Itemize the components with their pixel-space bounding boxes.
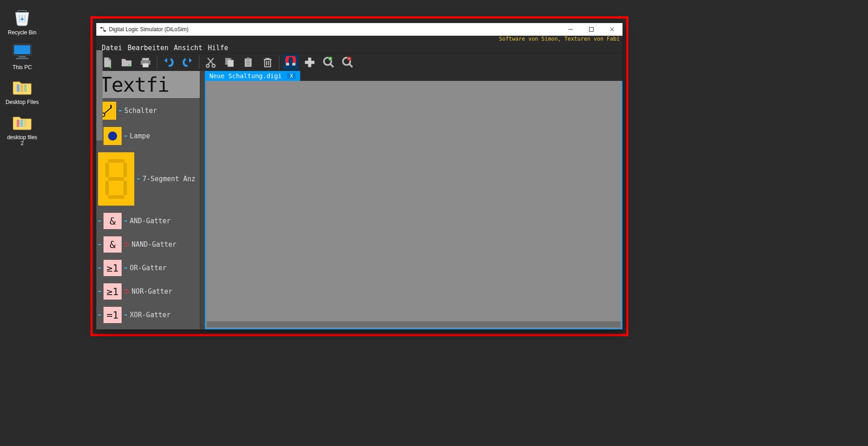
folder-icon	[121, 56, 132, 68]
undo-button[interactable]	[161, 55, 176, 70]
part-nand[interactable]: &NAND-Gatter	[96, 233, 200, 256]
svg-rect-2	[19, 56, 26, 57]
part-nor[interactable]: ≥1NOR-Gatter	[96, 280, 200, 303]
menu-ansicht[interactable]: Ansicht	[171, 44, 205, 52]
part-label: NOR-Gatter	[132, 287, 172, 296]
pin-out	[124, 315, 127, 315]
svg-rect-15	[143, 63, 149, 67]
desktop-icon-label: Recycle Bin	[8, 30, 36, 36]
gate-icon: =1	[104, 307, 122, 323]
main-area: Neue Schaltung.digi X	[205, 71, 623, 329]
folder-icon	[11, 111, 33, 133]
pin-out	[124, 268, 127, 268]
desktop-icon-label: Desktop FIles	[5, 99, 38, 105]
magnet-icon	[284, 56, 297, 69]
pin-in	[98, 268, 101, 268]
part-seg7[interactable]: 7-Segment Anz	[96, 149, 200, 209]
menu-bearbeiten[interactable]: Bearbeiten	[125, 44, 171, 52]
redo-button[interactable]	[180, 55, 195, 70]
gate-icon: &	[104, 236, 122, 253]
svg-rect-1	[14, 45, 30, 54]
undo-icon	[162, 56, 175, 68]
plus-icon	[303, 56, 316, 69]
svg-rect-12	[590, 28, 594, 32]
part-xor[interactable]: =1XOR-Gatter	[96, 303, 200, 327]
snap-button[interactable]	[283, 55, 298, 70]
add-button[interactable]	[302, 55, 317, 70]
desktop-icon-label: desktop files 2	[7, 135, 38, 146]
part-and[interactable]: &AND-Gatter	[96, 209, 200, 233]
copy-button[interactable]	[222, 55, 237, 70]
file-icon	[102, 56, 113, 68]
zoom-out-icon	[341, 56, 354, 69]
svg-point-31	[108, 131, 117, 141]
svg-rect-10	[100, 27, 102, 28]
svg-rect-5	[20, 85, 23, 92]
svg-rect-23	[286, 63, 289, 66]
part-label: AND-Gatter	[130, 217, 170, 225]
pin-out	[124, 221, 127, 221]
svg-rect-13	[142, 58, 149, 60]
open-button[interactable]	[119, 55, 134, 70]
canvas-wrap	[205, 81, 623, 329]
svg-rect-9	[24, 120, 27, 127]
svg-rect-37	[105, 181, 109, 195]
svg-rect-36	[123, 163, 127, 177]
svg-rect-8	[20, 120, 23, 127]
zoom-in-button[interactable]	[321, 55, 336, 70]
delete-button[interactable]	[260, 55, 275, 70]
menu-hilfe[interactable]: Hilfe	[205, 44, 231, 52]
seven-segment-icon	[98, 152, 134, 206]
part-lamp[interactable]: Lampe	[96, 123, 200, 149]
cut-button[interactable]	[203, 55, 218, 70]
desktop-icon-this-pc[interactable]: This PC	[2, 38, 42, 73]
credits-text: Software von Simon, Texturen von Fabi	[96, 36, 623, 43]
canvas-h-scrollbar[interactable]	[207, 321, 621, 328]
desktop-icon-recycle-bin[interactable]: Recycle Bin	[2, 4, 42, 38]
cut-icon	[205, 56, 217, 68]
part-or[interactable]: ≥1OR-Gatter	[96, 256, 200, 280]
tab-close-button[interactable]: X	[287, 73, 296, 79]
close-button[interactable]	[602, 23, 623, 36]
redo-icon	[181, 56, 194, 68]
tab-active[interactable]: Neue Schaltung.digi X	[205, 71, 300, 81]
minimize-button[interactable]	[560, 23, 581, 36]
save-button[interactable]	[138, 55, 153, 70]
sidebar-scroll-thumb[interactable]	[96, 71, 103, 141]
svg-rect-38	[123, 181, 127, 195]
app-icon	[100, 26, 106, 33]
zoom-out-button[interactable]	[340, 55, 355, 70]
desktop-icon-desktop-files[interactable]: Desktop FIles	[2, 73, 42, 108]
svg-rect-6	[24, 85, 27, 92]
paste-button[interactable]	[241, 55, 256, 70]
maximize-button[interactable]	[581, 23, 602, 36]
schematic-canvas[interactable]	[206, 81, 622, 329]
pin-in	[98, 221, 101, 221]
svg-rect-4	[17, 85, 19, 92]
pin-out	[137, 178, 140, 179]
toolbar	[96, 53, 623, 71]
svg-rect-33	[108, 177, 124, 181]
svg-rect-7	[17, 120, 19, 127]
tab-label: Neue Schaltung.digi	[209, 72, 282, 80]
part-label: NAND-Gatter	[132, 240, 176, 249]
gate-icon: ≥1	[104, 283, 122, 300]
desktop-icon-desktop-files-2[interactable]: desktop files 2	[2, 108, 42, 149]
splitter[interactable]	[200, 71, 205, 329]
svg-rect-21	[247, 57, 250, 59]
zoom-in-icon	[322, 56, 335, 69]
svg-rect-20	[245, 58, 251, 66]
pin-in	[98, 315, 101, 315]
printer-icon	[140, 56, 151, 68]
desktop-icons: Recycle Bin This PC Desktop FIles deskto…	[2, 4, 47, 149]
paste-icon	[243, 56, 255, 68]
toolbar-separator	[279, 56, 279, 69]
menu-datei[interactable]: Datei	[99, 44, 125, 52]
part-switch[interactable]: Schalter	[96, 98, 200, 123]
titlebar[interactable]: Digital Logic Simulator (DiLoSim)	[96, 23, 623, 36]
svg-point-17	[212, 64, 215, 67]
svg-rect-22	[265, 59, 271, 66]
text-filter-field[interactable]: Textfi	[96, 71, 200, 98]
pin-out	[119, 110, 122, 111]
menubar: Datei Bearbeiten Ansicht Hilfe	[96, 43, 623, 53]
